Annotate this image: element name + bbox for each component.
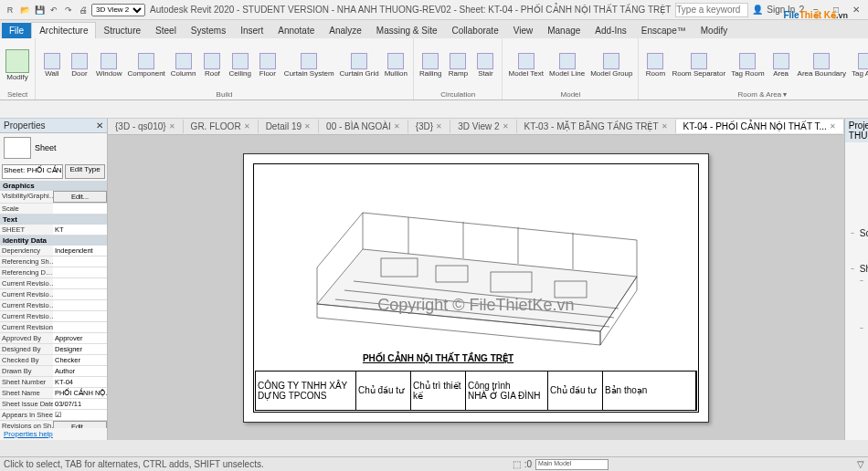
property-value[interactable] [53,256,107,267]
ribbon-tab-annotate[interactable]: Annotate [270,23,322,38]
tree-node[interactable]: Legend 4 [847,204,868,215]
roof-button[interactable]: Roof [199,51,225,79]
tree-node[interactable]: THỐNG KÊ BẢN VẼ KIẾN TRÚC [847,239,868,251]
redo-icon[interactable]: ↷ [62,4,75,16]
property-value[interactable]: KT [53,225,107,235]
expand-icon[interactable]: − [860,322,867,334]
expand-icon[interactable]: − [851,263,858,275]
print-icon[interactable]: 🖨 [77,4,90,16]
roomseparator-button[interactable]: Room Separator [670,51,727,79]
close-tab-icon[interactable]: ✕ [662,122,668,131]
tagroom-button[interactable]: Tag Room [729,51,766,79]
close-tab-icon[interactable]: ✕ [169,122,175,131]
area-button[interactable]: Area [768,51,794,79]
property-value[interactable] [53,322,107,332]
ribbon-tab-structure[interactable]: Structure [96,23,148,38]
ceiling-button[interactable]: Ceiling [227,51,252,79]
tree-node[interactable]: −KC [847,322,868,334]
property-value[interactable] [53,311,107,321]
expand-icon[interactable]: − [860,275,867,287]
tree-node[interactable]: −Schedules/Quantities (all) [847,227,868,239]
tagarea-button[interactable]: Tag Area [850,51,868,79]
modelgroup-button[interactable]: Model Group [588,51,634,79]
ribbon-tab-file[interactable]: File [2,23,31,38]
tree-node[interactable]: +KC-08 - CHI TIẾT THÉP CỘT, DẦM [847,429,868,440]
tree-node[interactable]: +KC-04 - MẶT BẰNG CỘT TRỆT, TẦNG 2 [847,382,868,393]
mullion-button[interactable]: Mullion [383,51,409,79]
property-value[interactable]: PHỐI CẢNH NỘ… [53,388,107,398]
property-value[interactable]: Author [53,366,107,376]
edit-type-button[interactable]: Edit Type [65,164,105,179]
close-palette-icon[interactable]: ✕ [96,120,103,131]
tree-node[interactable]: Legend 3 [847,192,868,204]
stair-button[interactable]: Stair [472,51,498,79]
instance-dropdown[interactable]: Sheet: PHỐI CẢNH N… ▾ [2,164,63,179]
prop-section[interactable]: Text [0,215,107,225]
close-tab-icon[interactable]: ✕ [304,122,311,131]
ribbon-tab-analyze[interactable]: Analyze [322,23,369,38]
property-value[interactable]: Edit... [53,191,107,203]
revit-icon[interactable]: R [4,4,16,16]
worksets-icon[interactable]: ⬚ [513,459,521,469]
tree-node[interactable]: Legend 2 [847,180,868,192]
view-tab[interactable]: 00 - BÌA NGOÀI✕ [319,120,408,133]
prop-section[interactable]: Graphics [0,181,107,191]
ribbon-tab-architecture[interactable]: Architecture [31,22,96,38]
wall-button[interactable]: Wall [39,51,65,79]
property-value[interactable] [53,289,107,299]
open-icon[interactable]: 📂 [18,4,31,16]
window-button[interactable]: Window [94,51,123,79]
ribbon-tab-collaborate[interactable]: Collaborate [445,23,506,38]
view-tab[interactable]: GR. FLOOR✕ [184,120,259,133]
view-dropdown[interactable]: 3D View 2 [91,4,145,16]
ribbon-tab-view[interactable]: View [506,23,541,38]
view-tab[interactable]: Detail 19✕ [259,120,319,133]
view-tab[interactable]: {3D}✕ [408,120,450,133]
property-value[interactable]: Independent [53,246,107,256]
tree-node[interactable]: −Sheets (A) [847,263,868,275]
expand-icon[interactable]: − [851,227,858,239]
ribbon-tab-manage[interactable]: Manage [540,23,587,38]
close-tab-icon[interactable]: ✕ [244,122,250,131]
ribbon-tab-systems[interactable]: Systems [184,23,233,38]
property-value[interactable] [53,300,107,310]
tree-node[interactable]: +KC-07 - CHI TIẾT THÉP [847,417,868,429]
tree-node[interactable]: Copy of xc_s1 [847,144,868,156]
ribbon-tab-insert[interactable]: Insert [233,23,270,38]
tree-node[interactable]: THỐNG KÊ BẢN VẼ KẾT CẤU [847,251,868,263]
save-icon[interactable]: 💾 [33,4,46,16]
view-tab[interactable]: KT-03 - MẶT BẰNG TẦNG TRỆT✕ [517,120,676,133]
room-button[interactable]: Room [642,51,668,79]
column-button[interactable]: Column [169,51,198,79]
floor-button[interactable]: Floor [255,51,281,79]
property-value[interactable]: 03/07/11 [53,399,107,409]
tree-node[interactable]: +KC-05 - MẶT BẰNG ĐÀ KIỀNG [847,393,868,405]
tree-node[interactable]: +00-2 - PHỐI CẢNH GÓC [847,310,868,322]
close-tab-icon[interactable]: ✕ [394,122,400,131]
ramp-button[interactable]: Ramp [445,51,471,79]
tree-node[interactable]: +KC-02 - GHI CHÚ CHUNG [847,358,868,370]
ribbon-tab-enscape[interactable]: Enscape™ [634,23,693,38]
tree-node[interactable]: Legend 1 [847,168,868,180]
tree-node[interactable]: +KC-01 - DANH MỤC BẢN VẼ KẾT CẤU [847,346,868,358]
property-value[interactable] [53,204,107,214]
tree-node[interactable]: +KC-03 - MẶT BẰNG MÓNG [847,370,868,382]
tree-node[interactable]: xc_s1 [847,215,868,227]
railing-button[interactable]: Railing [418,51,443,79]
tree-node[interactable]: +00-1 - PHỐI CẢNH MẶT TRƯỚC [847,298,868,310]
tree-node[interactable]: −??? [847,275,868,287]
door-button[interactable]: Door [67,51,92,79]
filter-icon[interactable]: ▽ [857,459,864,469]
modeltext-button[interactable]: Model Text [506,51,545,79]
undo-icon[interactable]: ↶ [48,4,60,16]
user-icon[interactable]: 👤 [752,5,763,15]
view-tab[interactable]: KT-04 - PHỐI CẢNH NỘI THẤT T...✕ [676,120,844,133]
property-value[interactable]: Approver [53,333,107,343]
ribbon-tab-modify[interactable]: Modify [693,23,735,38]
modelline-button[interactable]: Model Line [547,51,587,79]
close-icon[interactable]: ✕ [848,2,864,18]
ribbon-tab-massingsite[interactable]: Massing & Site [369,23,445,38]
design-options-dropdown[interactable]: Main Model [535,459,609,470]
prop-section[interactable]: Identity Data [0,236,107,246]
areaboundary-button[interactable]: Area Boundary [796,51,848,79]
